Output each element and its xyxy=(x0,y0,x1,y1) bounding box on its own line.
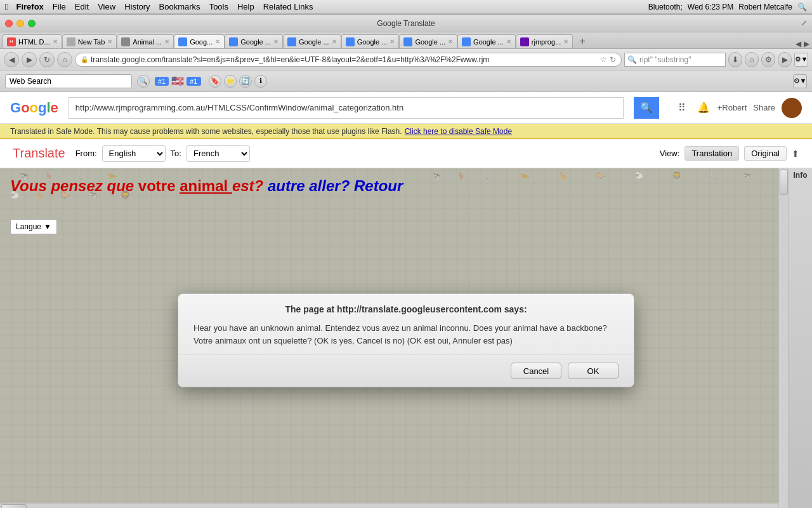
google-share-label[interactable]: Share xyxy=(753,103,775,112)
settings-button[interactable]: ⚙ xyxy=(761,52,775,67)
tab-google3-icon xyxy=(287,37,296,46)
tab-google-active[interactable]: Goog... ✕ xyxy=(174,34,225,48)
modal-message: Hear you have an unknown animal. Entende… xyxy=(193,322,619,347)
menu-help[interactable]: Help xyxy=(237,2,254,11)
expand-icon[interactable]: ⤢ xyxy=(801,19,807,27)
mac-menubar:  Firefox File Edit View History Bookmar… xyxy=(0,0,812,14)
tab-newtab-label: New Tab xyxy=(78,38,105,46)
google-apps-icon[interactable]: ⠿ xyxy=(674,100,690,116)
tab-google4[interactable]: Google ... ✕ xyxy=(341,34,400,48)
tab-google6-close[interactable]: ✕ xyxy=(506,38,511,45)
tab-google4-close[interactable]: ✕ xyxy=(390,38,395,45)
tab-html-label: HTML D... xyxy=(18,38,50,46)
menubar-user: Robert Metcalfe xyxy=(738,3,792,11)
tab-html-close[interactable]: ✕ xyxy=(53,38,58,45)
tab-rjm[interactable]: rjmprog... ✕ xyxy=(516,34,573,48)
menu-related-links[interactable]: Related Links xyxy=(263,2,313,11)
home2-button[interactable]: ⌂ xyxy=(745,52,759,67)
tab-google2-close[interactable]: ✕ xyxy=(273,38,278,45)
tab-animal[interactable]: Animal ... ✕ xyxy=(117,34,174,48)
modal-bottom: Cancel OK xyxy=(178,355,634,387)
title-bar: Google Translate ⤢ xyxy=(0,15,812,32)
forward-button[interactable]: ▶ xyxy=(22,52,37,67)
cancel-button[interactable]: Cancel xyxy=(511,363,561,379)
maximize-button[interactable] xyxy=(28,20,36,27)
tab-google2[interactable]: Google ... ✕ xyxy=(225,34,283,48)
safe-mode-bar: Translated in Safe Mode. This may cause … xyxy=(0,124,812,139)
tab-newtab-close[interactable]: ✕ xyxy=(107,38,112,45)
from-language-select[interactable]: English xyxy=(102,145,166,162)
address-bar[interactable]: 🔒 translate.google.com/translate?sl=en&j… xyxy=(75,53,622,67)
google-logo: Google xyxy=(10,100,58,116)
star-icon[interactable]: ⭐ xyxy=(224,75,237,88)
nav-bar: ◀ ▶ ↻ ⌂ 🔒 translate.google.com/translate… xyxy=(0,49,812,70)
apple-menu[interactable]:  xyxy=(5,1,8,12)
tab-google5-close[interactable]: ✕ xyxy=(448,38,453,45)
tab-html[interactable]: H HTML D... ✕ xyxy=(3,34,62,48)
menu-view[interactable]: View xyxy=(98,2,115,11)
disable-safe-mode-link[interactable]: Click here to disable Safe Mode xyxy=(405,127,512,136)
new-tab-button[interactable]: + xyxy=(575,34,589,48)
search-go-button[interactable]: 🔍 xyxy=(137,75,150,88)
google-robert-label[interactable]: +Robert xyxy=(717,103,747,112)
menu-firefox[interactable]: Firefox xyxy=(16,2,43,11)
menubar-right: Bluetooth; Wed 6:23 PM Robert Metcalfe 🔍 xyxy=(648,3,807,11)
flag-icon: 🇺🇸 xyxy=(171,75,184,87)
tab-newtab[interactable]: New Tab ✕ xyxy=(62,34,117,48)
minimize-button[interactable] xyxy=(16,20,24,27)
user-avatar[interactable] xyxy=(782,98,802,118)
search-toolbar: Web Search 🔍 #1 🇺🇸 #1 🔖 ⭐ 🔄 ℹ ⚙▼ xyxy=(0,70,812,92)
toolbar-settings-button[interactable]: ⚙▼ xyxy=(793,74,807,88)
google-right-icons: ⠿ 🔔 +Robert Share xyxy=(674,98,802,118)
translation-view-button[interactable]: Translation xyxy=(684,146,739,161)
tab-google3[interactable]: Google ... ✕ xyxy=(283,34,341,48)
google-search-button[interactable]: 🔍 xyxy=(634,97,659,119)
to-language-select[interactable]: French xyxy=(187,145,250,162)
web-search-text: Web Search xyxy=(10,77,51,86)
collapse-icon[interactable]: ⬆ xyxy=(792,149,799,159)
bookmark-icon[interactable]: 🔖 xyxy=(209,75,221,88)
close-button[interactable] xyxy=(5,20,13,27)
google-notifications-icon[interactable]: 🔔 xyxy=(696,100,711,116)
ok-button[interactable]: OK xyxy=(568,363,619,379)
translate-toolbar: Translate From: English To: French View:… xyxy=(0,139,812,168)
downloads-button[interactable]: ⬇ xyxy=(728,52,742,67)
browser-window: Google Translate ⤢ H HTML D... ✕ New Tab… xyxy=(0,14,812,508)
menu-tools[interactable]: Tools xyxy=(209,2,228,11)
home-button[interactable]: ⌂ xyxy=(57,52,72,67)
menu-edit[interactable]: Edit xyxy=(75,2,89,11)
tab-scroll-left[interactable]: ◀ xyxy=(796,39,801,48)
tab-google6[interactable]: Google ... ✕ xyxy=(457,34,516,48)
tab-scroll-right[interactable]: ▶ xyxy=(804,39,809,48)
menu-file[interactable]: File xyxy=(53,2,66,11)
search-menubar-icon[interactable]: 🔍 xyxy=(797,3,807,11)
web-search-input[interactable]: Web Search xyxy=(5,74,132,88)
reload-button[interactable]: ↻ xyxy=(39,52,55,67)
refresh-small-icon[interactable]: ↻ xyxy=(610,55,616,64)
gear-menu-button[interactable]: ⚙▼ xyxy=(794,53,808,67)
tab-google-active-close[interactable]: ✕ xyxy=(215,38,220,45)
search-input-right[interactable]: 🔍 ript" "substring" xyxy=(624,53,726,67)
tab-google-active-icon xyxy=(178,37,187,46)
modal-top: The page at http://translate.googleuserc… xyxy=(178,294,634,355)
menu-history[interactable]: History xyxy=(124,2,150,11)
refresh-icon[interactable]: 🔄 xyxy=(239,75,252,88)
search-right-text: ript" "substring" xyxy=(639,55,691,64)
bookmark-star-icon[interactable]: ☆ xyxy=(600,55,607,64)
address-text: translate.google.com/translate?sl=en&js=… xyxy=(91,55,600,64)
tab-google3-close[interactable]: ✕ xyxy=(332,38,337,45)
original-view-button[interactable]: Original xyxy=(744,146,787,161)
nav-right-arrow[interactable]: ▶ xyxy=(778,52,792,67)
tab-animal-close[interactable]: ✕ xyxy=(164,38,169,45)
info-circle-icon[interactable]: ℹ xyxy=(254,75,267,88)
menubar-time: Wed 6:23 PM xyxy=(688,3,733,11)
google-url-text: http://www.rjmprogramming.com.au/HTMLCSS… xyxy=(75,103,403,112)
tab-google5-label: Google ... xyxy=(415,38,445,46)
tab-google5[interactable]: Google ... ✕ xyxy=(399,34,457,48)
tab-rjm-icon xyxy=(520,37,529,46)
tab-rjm-close[interactable]: ✕ xyxy=(563,38,568,45)
menu-bookmarks[interactable]: Bookmarks xyxy=(159,2,200,11)
back-button[interactable]: ◀ xyxy=(4,52,19,67)
google-url-input[interactable]: http://www.rjmprogramming.com.au/HTMLCSS… xyxy=(69,97,624,119)
view-label: View: xyxy=(660,149,680,158)
